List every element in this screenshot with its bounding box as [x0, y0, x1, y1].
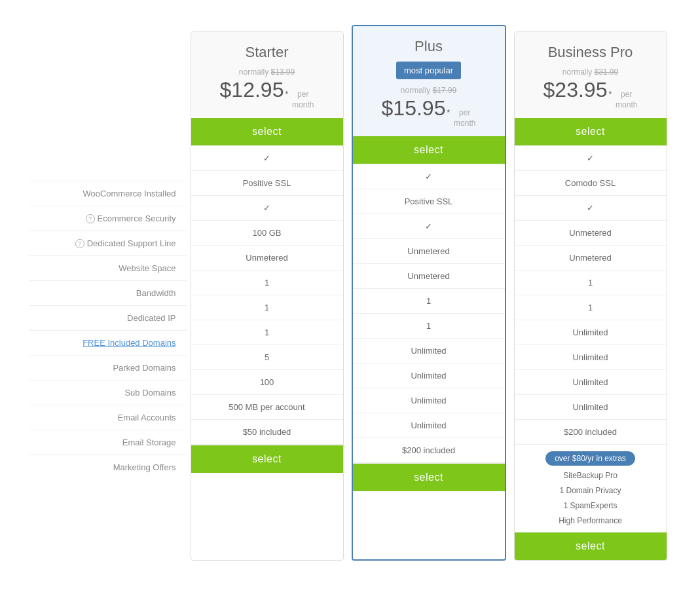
cell-starter-woocommerce: ✓ — [191, 145, 343, 170]
extras-section-business-pro: over $80/yr in extrasSiteBackup Pro1 Dom… — [515, 444, 667, 532]
label-row-1: ?Ecommerce Security — [29, 206, 187, 231]
pricing-wrapper: WooCommerce Installed?Ecommerce Security… — [29, 26, 671, 561]
price-row-plus: $15.95*permonth — [359, 96, 498, 128]
most-popular-badge: most popular — [396, 62, 461, 79]
cell-business-pro-ecommerce_security: Comodo SSL — [515, 170, 667, 195]
plan-col-business-pro: Business Pronormally $31.99$23.95*permon… — [514, 31, 667, 561]
label-text-7: Parked Domains — [113, 363, 175, 373]
price-asterisk-plus: * — [447, 108, 450, 117]
plan-name-plus: Plus — [359, 38, 498, 55]
select-btn-top-business-pro[interactable]: select — [515, 118, 667, 145]
cell-business-pro-included_domains: 1 — [515, 295, 667, 320]
cell-business-pro-email_storage: Unlimited — [515, 394, 667, 419]
label-row-6[interactable]: FREE Included Domains — [29, 330, 187, 355]
cell-starter-sub_domains: 5 — [191, 345, 343, 369]
label-text-11: Marketing Offers — [113, 462, 176, 472]
label-text-8: Sub Domains — [124, 388, 175, 398]
label-spacer — [29, 31, 187, 181]
price-per-starter: permonth — [292, 90, 314, 110]
cell-business-pro-email_accounts: Unlimited — [515, 369, 667, 394]
label-text-10: Email Storage — [122, 438, 176, 447]
price-per-business-pro: permonth — [616, 90, 637, 110]
cell-plus-woocommerce: ✓ — [353, 164, 505, 189]
label-row-4: Bandwidth — [29, 280, 187, 305]
cell-business-pro-bandwidth: Unmetered — [515, 245, 667, 270]
cell-plus-dedicated_support: ✓ — [353, 214, 505, 238]
plan-header-plus: Plusmost popularnormally $17.99$15.95*pe… — [353, 26, 505, 136]
plan-col-starter: Starternormally $13.99$12.95*permonthsel… — [191, 31, 344, 561]
cell-plus-bandwidth: Unmetered — [353, 263, 505, 288]
plan-name-starter: Starter — [198, 44, 337, 61]
label-text-0: WooCommerce Installed — [83, 189, 175, 198]
cell-business-pro-dedicated_ip: 1 — [515, 270, 667, 295]
cell-plus-parked_domains: Unlimited — [353, 338, 505, 363]
label-text-2: Dedicated Support Line — [87, 238, 176, 248]
label-text-1: Ecommerce Security — [98, 214, 176, 223]
price-asterisk-starter: * — [285, 90, 288, 99]
cell-starter-parked_domains: 1 — [191, 320, 343, 345]
extras-item-2: 1 SpamExperts — [563, 498, 617, 513]
labels-column: WooCommerce Installed?Ecommerce Security… — [29, 31, 187, 561]
label-row-9: Email Accounts — [29, 405, 187, 430]
cell-business-pro-dedicated_support: ✓ — [515, 195, 667, 220]
plan-name-business-pro: Business Pro — [521, 44, 660, 61]
extras-item-1: 1 Domain Privacy — [559, 483, 621, 498]
price-business-pro: $23.95 — [543, 78, 608, 102]
cell-starter-marketing_offers: $50 included — [191, 419, 343, 444]
extras-spacer — [29, 479, 187, 558]
label-text-4: Bandwidth — [136, 288, 176, 298]
normally-text-business-pro: normally $31.99 — [521, 67, 660, 77]
price-per-plus: permonth — [454, 108, 475, 128]
extras-badge: over $80/yr in extras — [545, 451, 635, 466]
extras-item-3: High Performance — [559, 513, 622, 529]
price-starter: $12.95 — [220, 78, 284, 102]
plan-col-plus: Plusmost popularnormally $17.99$15.95*pe… — [352, 25, 506, 561]
cell-plus-ecommerce_security: Positive SSL — [353, 189, 505, 214]
label-text-5: Dedicated IP — [127, 313, 175, 323]
price-row-business-pro: $23.95*permonth — [521, 78, 660, 110]
cell-plus-marketing_offers: $200 included — [353, 438, 505, 462]
cell-business-pro-parked_domains: Unlimited — [515, 320, 667, 345]
label-text-9: Email Accounts — [118, 413, 176, 422]
select-btn-top-plus[interactable]: select — [353, 136, 505, 164]
label-row-8: Sub Domains — [29, 380, 187, 405]
label-row-3: Website Space — [29, 255, 187, 280]
cell-starter-dedicated_ip: 1 — [191, 270, 343, 295]
help-icon[interactable]: ? — [75, 239, 84, 248]
cell-plus-email_storage: Unlimited — [353, 413, 505, 438]
price-plus: $15.95 — [382, 96, 446, 121]
cell-business-pro-woocommerce: ✓ — [515, 145, 667, 170]
cell-plus-sub_domains: Unlimited — [353, 363, 505, 388]
extras-item-0: SiteBackup Pro — [563, 468, 617, 483]
label-row-10: Email Storage — [29, 430, 187, 455]
select-btn-bottom-business-pro[interactable]: select — [515, 532, 667, 560]
cell-business-pro-marketing_offers: $200 included — [515, 419, 667, 444]
label-row-7: Parked Domains — [29, 355, 187, 380]
label-row-5: Dedicated IP — [29, 305, 187, 330]
cell-starter-bandwidth: Unmetered — [191, 245, 343, 270]
cell-starter-dedicated_support: ✓ — [191, 195, 343, 220]
label-text-6: FREE Included Domains — [83, 338, 175, 348]
cell-starter-included_domains: 1 — [191, 295, 343, 320]
select-btn-bottom-plus[interactable]: select — [353, 463, 505, 491]
label-text-3: Website Space — [119, 263, 175, 273]
select-btn-top-starter[interactable]: select — [191, 118, 343, 145]
cell-plus-dedicated_ip: 1 — [353, 288, 505, 313]
select-btn-bottom-starter[interactable]: select — [191, 445, 343, 473]
cell-plus-email_accounts: Unlimited — [353, 388, 505, 413]
plan-header-starter: Starternormally $13.99$12.95*permonth — [191, 32, 343, 118]
label-row-0: WooCommerce Installed — [29, 181, 187, 206]
help-icon[interactable]: ? — [86, 214, 95, 223]
label-row-11: Marketing Offers — [29, 455, 187, 479]
cell-starter-email_accounts: 100 — [191, 369, 343, 394]
price-row-starter: $12.95*permonth — [198, 78, 337, 110]
label-row-2: ?Dedicated Support Line — [29, 231, 187, 255]
price-asterisk-business-pro: * — [608, 90, 612, 99]
normally-text-starter: normally $13.99 — [198, 67, 337, 77]
cell-starter-ecommerce_security: Positive SSL — [191, 170, 343, 195]
cell-starter-email_storage: 500 MB per account — [191, 394, 343, 419]
plan-header-business-pro: Business Pronormally $31.99$23.95*permon… — [515, 32, 667, 118]
normally-text-plus: normally $17.99 — [359, 86, 498, 95]
cell-business-pro-sub_domains: Unlimited — [515, 345, 667, 369]
table-container: WooCommerce Installed?Ecommerce Security… — [29, 31, 671, 561]
